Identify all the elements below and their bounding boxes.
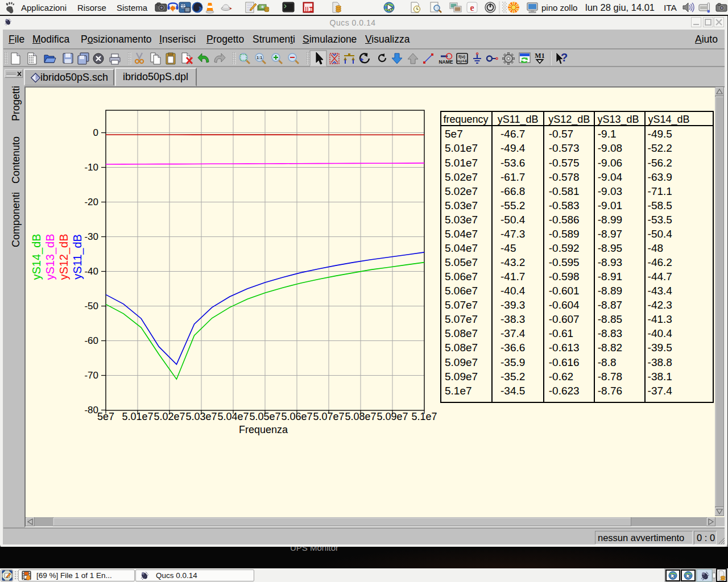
svg-text:5.07e7: 5.07e7 [313,411,344,422]
svg-text:e: e [470,3,474,13]
svg-text:B: B [309,7,313,12]
svg-text:5.05e7: 5.05e7 [249,411,280,422]
svg-text:-10: -10 [84,162,98,173]
svg-text:5.09e7: 5.09e7 [377,411,408,422]
svg-text:-40: -40 [84,266,98,277]
svg-text:yS11_dB: yS11_dB [71,234,84,280]
svg-text:5.06e7: 5.06e7 [281,411,312,422]
svg-text:5.02e7: 5.02e7 [154,411,185,422]
svg-text:yS12_dB: yS12_dB [57,234,71,280]
svg-text:5.03e7: 5.03e7 [185,411,217,422]
svg-text:-80: -80 [84,405,98,415]
svg-text:M1: M1 [535,52,544,60]
svg-text:1:1: 1:1 [257,56,262,60]
svg-text:yS14_dB: yS14_dB [30,234,43,280]
svg-text:5.1e7: 5.1e7 [411,411,437,422]
svg-text:5.08e7: 5.08e7 [345,411,376,422]
svg-text:NAME: NAME [439,59,453,65]
svg-text:-60: -60 [84,335,98,346]
svg-text:=u+4: =u+4 [457,59,467,64]
svg-text:-50: -50 [84,301,98,311]
svg-text:5.04e7: 5.04e7 [217,411,249,422]
svg-text:Frequenza: Frequenza [239,424,288,435]
svg-text:-70: -70 [84,370,98,381]
svg-text:-30: -30 [84,231,98,242]
svg-text:0: 0 [93,127,98,138]
svg-text:5e7: 5e7 [97,411,114,422]
svg-text:-20: -20 [84,197,98,207]
svg-text:5.01e7: 5.01e7 [122,411,153,422]
svg-text:?: ? [561,51,568,64]
svg-text:yS13_dB: yS13_dB [44,234,57,280]
